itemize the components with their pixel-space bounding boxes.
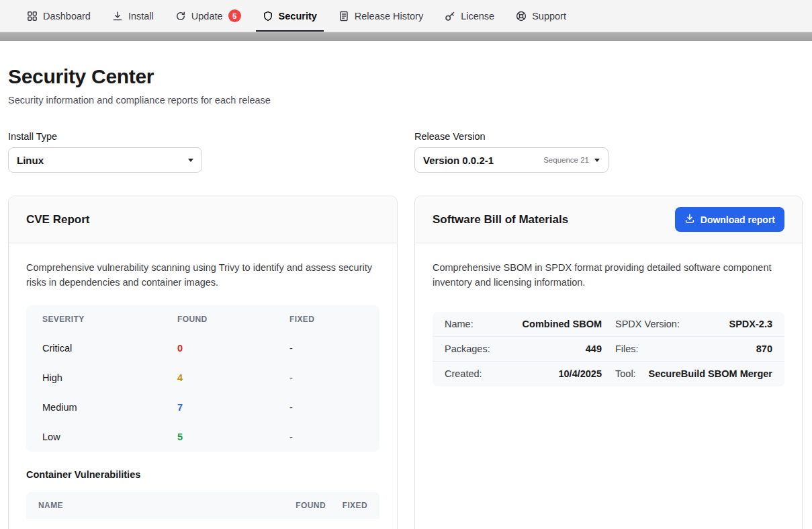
col-found: FOUND [177, 315, 289, 324]
cve-report-description: Comprehensive vulnerability scanning usi… [26, 261, 379, 290]
sbom-field-label: Created: [445, 368, 482, 379]
col-fixed: FIXED [289, 315, 363, 324]
table-row: Created: 10/4/2025 Tool: SecureBuild SBO… [433, 362, 784, 386]
update-count-badge: 5 [228, 9, 241, 22]
sbom-field-label: Files: [615, 343, 639, 354]
table-row-high: High 4 - [26, 363, 379, 393]
container-vulnerabilities-title: Container Vulnerabilities [26, 469, 379, 480]
main-content: Security Center Security information and… [0, 65, 812, 529]
col-fixed: FIXED [326, 501, 367, 510]
install-type-label: Install Type [8, 131, 398, 142]
found-count: 4 [177, 372, 289, 383]
found-count: 0 [177, 343, 289, 354]
install-type-select[interactable]: Linux [8, 147, 202, 173]
release-version-select[interactable]: Version 0.0.2-1 Sequence 21 [414, 147, 608, 173]
download-icon [684, 213, 695, 226]
table-row-critical: Critical 0 - [26, 333, 379, 363]
divider-band [0, 32, 812, 41]
nav-item-label: Dashboard [43, 11, 91, 22]
sbom-card: Software Bill of Materials Download repo… [414, 196, 803, 529]
nav-item-update[interactable]: Update 5 [165, 0, 252, 32]
install-type-filter: Install Type Linux [8, 131, 398, 173]
cve-report-card: CVE Report Comprehensive vulnerability s… [8, 196, 398, 529]
sbom-field-value: 449 [586, 343, 602, 354]
sbom-field-value: SPDX-2.3 [729, 319, 772, 329]
nav-item-label: Support [532, 11, 566, 22]
dashboard-icon [27, 11, 38, 22]
severity-table: SEVERITY FOUND FIXED Critical 0 - High 4… [26, 305, 379, 452]
install-type-value: Linux [17, 155, 44, 166]
nav-item-label: Release History [355, 11, 423, 22]
sbom-field-value: SecureBuild SBOM Merger [648, 368, 772, 379]
nav-item-security[interactable]: Security [252, 0, 328, 32]
download-report-label: Download report [701, 214, 775, 225]
col-found: FOUND [272, 501, 326, 510]
cve-report-header: CVE Report [9, 196, 397, 243]
severity-table-header: SEVERITY FOUND FIXED [26, 305, 379, 333]
nav-item-install[interactable]: Install [101, 0, 165, 32]
found-count: 5 [177, 432, 289, 442]
sbom-field-label: Tool: [615, 368, 636, 379]
sbom-field-value: 870 [756, 343, 772, 354]
filters-row: Install Type Linux Release Version Versi… [8, 131, 804, 173]
nav-item-label: License [461, 11, 494, 22]
table-row: Name: Combined SBOM SPDX Version: SPDX-2… [433, 312, 784, 337]
sbom-header: Software Bill of Materials Download repo… [415, 196, 802, 243]
chevron-down-icon [594, 159, 600, 162]
sbom-field-value: 10/4/2025 [558, 368, 602, 379]
release-version-value: Version 0.0.2-1 [423, 155, 494, 166]
table-row: Packages: 449 Files: 870 [433, 337, 784, 362]
nav-item-license[interactable]: License [434, 0, 505, 32]
release-history-document-icon [339, 11, 349, 22]
severity-label: Low [42, 432, 177, 442]
cve-report-title: CVE Report [26, 213, 89, 227]
nav-item-label: Update [191, 11, 223, 22]
sbom-body: Comprehensive SBOM in SPDX format provid… [415, 243, 802, 404]
license-key-icon [445, 11, 455, 22]
release-version-filter: Release Version Version 0.0.2-1 Sequence… [414, 131, 803, 173]
severity-label: Critical [42, 343, 177, 354]
install-download-icon [112, 11, 123, 22]
update-refresh-icon [175, 11, 186, 22]
nav-item-release-history[interactable]: Release History [328, 0, 434, 32]
fixed-count: - [289, 432, 363, 442]
severity-label: High [42, 372, 177, 383]
cards-row: CVE Report Comprehensive vulnerability s… [8, 196, 804, 529]
sbom-details-table: Name: Combined SBOM SPDX Version: SPDX-2… [433, 312, 784, 386]
found-count: 7 [177, 402, 289, 413]
nav-item-dashboard[interactable]: Dashboard [16, 0, 101, 32]
nav-item-support[interactable]: Support [505, 0, 577, 32]
fixed-count: - [289, 343, 363, 354]
severity-label: Medium [42, 402, 177, 413]
table-row-low: Low 5 - [26, 422, 379, 452]
fixed-count: - [289, 372, 363, 383]
page-title: Security Center [8, 65, 804, 88]
sbom-field-label: SPDX Version: [615, 319, 680, 329]
security-shield-icon [263, 11, 273, 22]
top-nav: Dashboard Install Update 5 Security Rele… [0, 0, 812, 32]
sbom-description: Comprehensive SBOM in SPDX format provid… [433, 261, 784, 290]
sbom-field-value: Combined SBOM [523, 319, 602, 329]
nav-item-label: Install [128, 11, 154, 22]
table-row-medium: Medium 7 - [26, 393, 379, 422]
fixed-count: - [289, 402, 363, 413]
container-vulnerabilities-table-header: NAME FOUND FIXED [26, 492, 379, 519]
release-version-label: Release Version [414, 131, 803, 142]
download-report-button[interactable]: Download report [675, 207, 784, 232]
chevron-down-icon [188, 159, 193, 162]
cve-report-body: Comprehensive vulnerability scanning usi… [9, 243, 397, 529]
support-lifebuoy-icon [516, 11, 527, 22]
col-severity: SEVERITY [42, 315, 177, 324]
sbom-field-label: Packages: [445, 343, 490, 354]
col-name: NAME [38, 501, 272, 510]
nav-item-label: Security [279, 11, 317, 22]
sbom-title: Software Bill of Materials [433, 213, 568, 227]
page-subtitle: Security information and compliance repo… [8, 95, 804, 106]
sequence-badge: Sequence 21 [543, 156, 589, 164]
sbom-field-label: Name: [445, 319, 473, 329]
